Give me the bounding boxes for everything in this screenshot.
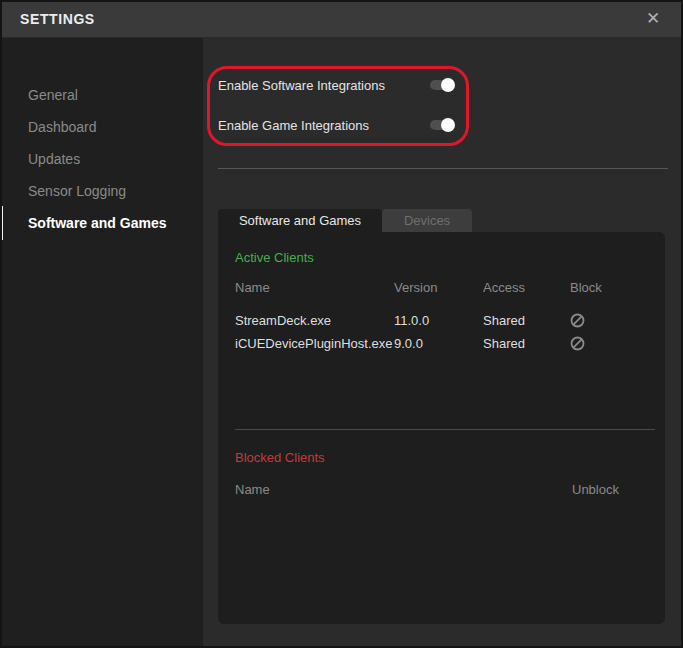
settings-window: SETTINGS ✕ General Dashboard Updates Sen… [0,0,683,648]
tab-label: Devices [404,213,450,228]
column-header-access: Access [483,280,525,295]
software-integrations-row: Enable Software Integrations [218,77,453,93]
clients-panel: Active Clients Name Version Access Block… [218,232,665,624]
game-integrations-row: Enable Game Integrations [218,117,453,133]
sidebar-item-updates[interactable]: Updates [0,143,203,175]
software-integrations-label: Enable Software Integrations [218,78,430,93]
client-name: iCUEDevicePluginHost.exe [235,336,393,351]
close-icon[interactable]: ✕ [639,5,667,33]
blocked-clients-title: Blocked Clients [235,450,325,465]
settings-sidebar: General Dashboard Updates Sensor Logging… [0,38,203,648]
sidebar-item-general[interactable]: General [0,79,203,111]
section-divider [218,168,668,169]
column-header-unblock: Unblock [572,482,619,497]
toggle-knob [441,118,455,132]
sidebar-item-software-and-games[interactable]: Software and Games [0,207,203,239]
client-access: Shared [483,313,525,328]
active-clients-title: Active Clients [235,250,314,265]
game-integrations-label: Enable Game Integrations [218,118,430,133]
tab-bar: Software and Games Devices [218,209,472,232]
column-header-name: Name [235,280,270,295]
tab-software-and-games[interactable]: Software and Games [218,209,382,232]
sidebar-item-label: Updates [28,151,80,167]
toggle-knob [441,78,455,92]
sidebar-item-sensor-logging[interactable]: Sensor Logging [0,175,203,207]
sidebar-item-label: Software and Games [28,215,167,231]
tab-label: Software and Games [239,213,361,228]
client-version: 9.0.0 [394,336,423,351]
column-header-block: Block [570,280,602,295]
sidebar-item-dashboard[interactable]: Dashboard [0,111,203,143]
title-bar: SETTINGS ✕ [0,0,683,38]
sidebar-item-label: Sensor Logging [28,183,126,199]
client-version: 11.0.0 [394,313,429,328]
client-name: StreamDeck.exe [235,313,331,328]
blocked-clients-divider [235,429,655,430]
column-header-name: Name [235,482,270,497]
client-access: Shared [483,336,525,351]
block-icon [570,313,585,328]
sidebar-item-label: Dashboard [28,119,97,135]
column-header-version: Version [394,280,437,295]
window-title: SETTINGS [20,11,95,27]
main-content: Enable Software Integrations Enable Game… [203,38,683,648]
sidebar-item-label: General [28,87,78,103]
block-client-button[interactable] [570,336,585,352]
block-client-button[interactable] [570,313,585,329]
software-integrations-toggle[interactable] [430,80,453,90]
block-icon [570,336,585,351]
tab-devices[interactable]: Devices [382,209,472,232]
game-integrations-toggle[interactable] [430,120,453,130]
